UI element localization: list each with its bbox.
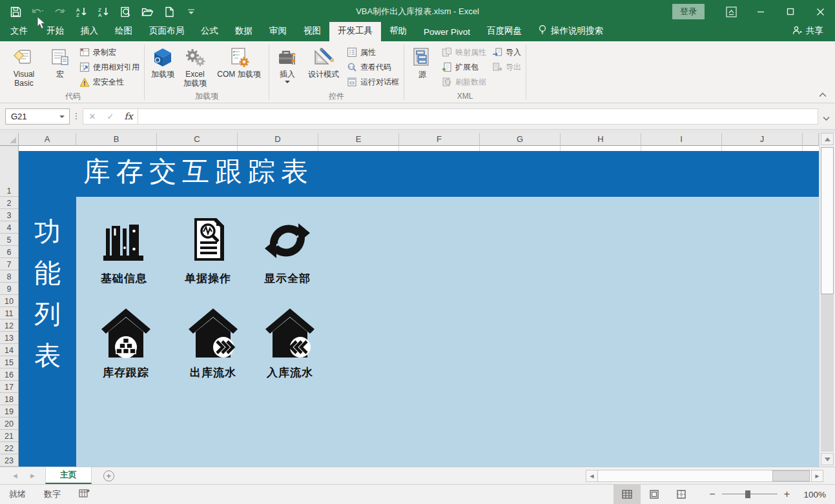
row-header-15[interactable]: 15 — [0, 356, 19, 368]
row-header-7[interactable]: 7 — [0, 258, 19, 270]
insert-function-icon[interactable]: fx — [119, 109, 138, 124]
insert-control-button[interactable]: 插入 — [271, 45, 304, 84]
row-header-1[interactable]: 1 — [0, 146, 19, 197]
row-header-13[interactable]: 13 — [0, 332, 19, 344]
row-header-20[interactable]: 20 — [0, 418, 19, 430]
inventory-tracking-button[interactable]: 库存跟踪 — [87, 315, 165, 380]
minimize-button[interactable] — [746, 0, 776, 23]
row-header-22[interactable]: 22 — [0, 442, 19, 454]
redo-icon[interactable] — [53, 5, 66, 18]
refresh-data-button[interactable]: 刷新数据 — [441, 76, 486, 88]
outbound-flow-button[interactable]: 出库流水 — [174, 315, 252, 380]
excel-addins-button[interactable]: Excel 加载项 — [179, 45, 211, 88]
row-header-21[interactable]: 21 — [0, 430, 19, 442]
tab-data[interactable]: 数据 — [227, 22, 261, 41]
save-icon[interactable] — [9, 5, 22, 18]
use-relative-references-button[interactable]: 使用相对引用 — [79, 61, 139, 74]
formula-bar-splitter[interactable] — [76, 113, 77, 119]
maximize-button[interactable] — [776, 0, 805, 23]
column-header-J[interactable]: J — [722, 133, 803, 146]
addins-button[interactable]: 加载项 — [147, 45, 179, 79]
run-dialog-button[interactable]: 运行对话框 — [346, 76, 399, 88]
row-header-19[interactable]: 19 — [0, 405, 19, 418]
import-button[interactable]: 导入 — [491, 46, 521, 59]
new-sheet-icon[interactable]: + — [103, 470, 114, 481]
ribbon-display-options-icon[interactable] — [716, 0, 746, 23]
undo-icon[interactable] — [31, 5, 44, 18]
tab-power-pivot[interactable]: Power Pivot — [415, 24, 479, 41]
vertical-scroll-thumb[interactable] — [821, 147, 834, 294]
login-button[interactable]: 登录 — [672, 4, 705, 19]
view-code-button[interactable]: 查看代码 — [346, 61, 399, 74]
row-header-8[interactable]: 8 — [0, 270, 19, 283]
zoom-slider[interactable] — [722, 490, 778, 499]
column-header-clipped[interactable] — [803, 133, 819, 146]
name-box-dropdown-icon[interactable] — [59, 116, 65, 118]
tab-baidu-netdisk[interactable]: 百度网盘 — [479, 22, 530, 41]
scroll-down-icon[interactable] — [821, 453, 834, 465]
export-button[interactable]: 导出 — [491, 61, 521, 74]
row-header-18[interactable]: 18 — [0, 393, 19, 405]
sheet-tab-home[interactable]: 主页 — [45, 467, 92, 484]
zoom-out-icon[interactable]: − — [709, 489, 715, 500]
row-header-2[interactable]: 2 — [0, 197, 19, 209]
row-header-3[interactable]: 3 — [0, 209, 19, 221]
vertical-scrollbar[interactable] — [819, 133, 835, 467]
close-button[interactable] — [805, 0, 835, 23]
macros-button[interactable]: 宏 — [44, 45, 76, 79]
column-header-H[interactable]: H — [561, 133, 641, 146]
properties-button[interactable]: 属性 — [346, 46, 399, 59]
row-header-23[interactable]: 23 — [0, 454, 19, 467]
formula-input[interactable] — [138, 108, 818, 125]
column-header-C[interactable]: C — [157, 133, 238, 146]
com-addins-button[interactable]: COM 加载项 — [211, 45, 267, 79]
page-break-view-button[interactable] — [668, 485, 695, 504]
column-header-D[interactable]: D — [238, 133, 318, 146]
row-header-14[interactable]: 14 — [0, 344, 19, 356]
tab-file[interactable]: 文件 — [0, 22, 38, 41]
enter-icon[interactable]: ✓ — [101, 109, 119, 124]
row-header-10[interactable]: 10 — [0, 295, 19, 307]
row-header-16[interactable]: 16 — [0, 368, 19, 381]
expansion-packs-button[interactable]: 扩展包 — [441, 61, 486, 74]
normal-view-button[interactable] — [613, 485, 641, 504]
column-headers[interactable]: ABCDEFGHIJ — [19, 133, 819, 146]
zoom-in-icon[interactable]: + — [784, 489, 790, 500]
column-header-G[interactable]: G — [480, 133, 561, 146]
record-macro-button[interactable]: 录制宏 — [79, 46, 139, 59]
row-header-11[interactable]: 11 — [0, 307, 19, 319]
tab-view[interactable]: 视图 — [295, 22, 329, 41]
sort-ascending-icon[interactable]: AZ — [75, 5, 88, 18]
column-header-B[interactable]: B — [76, 133, 157, 146]
zoom-level[interactable]: 100% — [796, 490, 826, 499]
tab-home[interactable]: 开始 — [38, 22, 72, 41]
scroll-up-icon[interactable] — [821, 133, 834, 145]
sort-descending-icon[interactable]: ZA — [97, 5, 110, 18]
visual-basic-button[interactable]: Visual Basic — [4, 45, 44, 88]
tab-draw[interactable]: 绘图 — [107, 22, 141, 41]
show-all-button[interactable]: 显示全部 — [249, 216, 326, 286]
scroll-right-icon[interactable]: ► — [811, 470, 823, 482]
row-headers[interactable]: 1234567891011121314151617181920212223 — [0, 146, 19, 467]
row-header-9[interactable]: 9 — [0, 283, 19, 295]
customize-qat-icon[interactable] — [185, 5, 198, 18]
share-button[interactable]: 共享 — [784, 22, 835, 41]
design-mode-button[interactable]: 设计模式 — [304, 45, 344, 79]
prev-sheet-icon[interactable]: ◄ — [12, 472, 19, 479]
name-box[interactable]: G21 — [5, 108, 70, 125]
row-header-6[interactable]: 6 — [0, 246, 19, 258]
macro-security-button[interactable]: 宏安全性 — [79, 76, 139, 88]
select-all-corner[interactable] — [0, 133, 19, 146]
open-folder-icon[interactable] — [141, 5, 154, 18]
column-header-E[interactable]: E — [318, 133, 399, 146]
zoom-slider-thumb[interactable] — [745, 490, 750, 498]
vertical-scroll-track[interactable] — [821, 294, 834, 452]
tab-page-layout[interactable]: 页面布局 — [141, 22, 192, 41]
tell-me-search[interactable]: 操作说明搜索 — [530, 21, 612, 41]
horizontal-scroll-track[interactable] — [598, 470, 811, 482]
collapse-ribbon-icon[interactable] — [817, 90, 829, 99]
row-header-5[interactable]: 5 — [0, 234, 19, 246]
column-header-F[interactable]: F — [399, 133, 480, 146]
column-header-I[interactable]: I — [641, 133, 722, 146]
row-header-17[interactable]: 17 — [0, 381, 19, 393]
